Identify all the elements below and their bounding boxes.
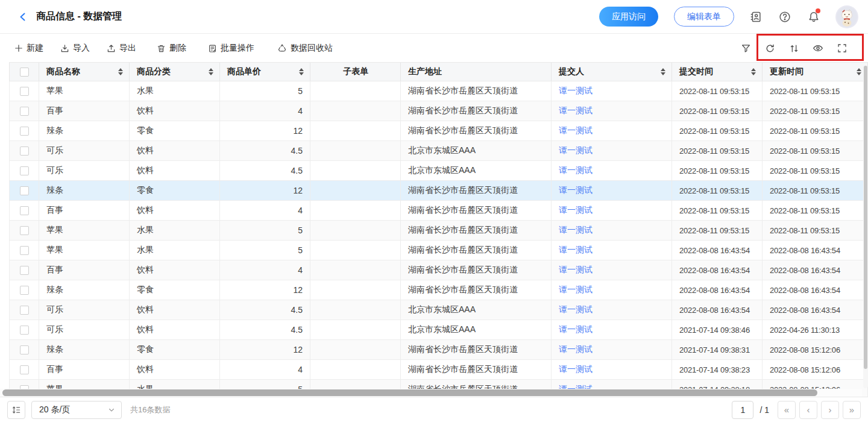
horizontal-scrollbar-thumb[interactable]	[2, 389, 817, 396]
select-all-checkbox-cell[interactable]	[9, 63, 39, 81]
table-row[interactable]: 百事饮料4湖南省长沙市岳麓区天顶街道谭一测试2022-08-11 09:53:1…	[9, 101, 868, 121]
table-row[interactable]: 辣条零食12湖南省长沙市岳麓区天顶街道谭一测试2022-08-08 16:43:…	[9, 280, 868, 300]
row-checkbox[interactable]	[20, 365, 29, 374]
cell-update_time: 2022-08-08 15:12:06	[763, 360, 868, 379]
back-button[interactable]	[14, 8, 31, 25]
help-icon[interactable]	[778, 10, 792, 24]
next-page-button[interactable]: ›	[821, 401, 839, 419]
row-checkbox[interactable]	[20, 326, 29, 335]
sort-icon[interactable]	[299, 68, 304, 75]
batch-form-icon	[208, 44, 217, 53]
last-page-button[interactable]: »	[843, 401, 861, 419]
row-checkbox[interactable]	[20, 286, 29, 295]
row-checkbox[interactable]	[20, 186, 29, 195]
column-header-0[interactable]: 商品名称	[39, 63, 130, 81]
user-avatar[interactable]	[835, 5, 858, 28]
notification-bell-icon[interactable]	[807, 10, 821, 24]
table-row[interactable]: 辣条零食12湖南省长沙市岳麓区天顶街道谭一测试2021-07-14 09:38:…	[9, 340, 868, 360]
import-button[interactable]: 导入	[60, 43, 90, 54]
row-checkbox-cell	[9, 300, 39, 320]
row-checkbox[interactable]	[20, 306, 29, 315]
row-checkbox[interactable]	[20, 266, 29, 275]
table-row[interactable]: 辣条零食12湖南省长沙市岳麓区天顶街道谭一测试2022-08-11 09:53:…	[9, 121, 868, 141]
address-book-icon[interactable]	[749, 10, 763, 24]
row-height-button[interactable]	[7, 401, 25, 419]
submitter-link[interactable]: 谭一测试	[559, 265, 593, 276]
row-checkbox[interactable]	[20, 146, 29, 156]
vertical-scrollbar[interactable]	[863, 66, 868, 388]
table-row[interactable]: 可乐饮料4.5北京市东城区AAA谭一测试2022-08-11 09:53:152…	[9, 161, 868, 181]
new-button[interactable]: 新建	[14, 43, 43, 54]
submitter-link[interactable]: 谭一测试	[559, 145, 593, 156]
cell-name: 百事	[39, 260, 130, 280]
column-header-5[interactable]: 提交人	[552, 63, 672, 81]
submitter-link[interactable]: 谭一测试	[559, 86, 593, 96]
sort-icon[interactable]	[751, 68, 756, 75]
submitter-link[interactable]: 谭一测试	[559, 364, 593, 375]
current-page-input[interactable]	[732, 401, 753, 419]
submitter-link[interactable]: 谭一测试	[559, 245, 593, 256]
row-checkbox[interactable]	[20, 127, 29, 136]
cell-address: 湖南省长沙市岳麓区天顶街道	[401, 81, 552, 101]
app-access-button[interactable]: 应用访问	[599, 7, 658, 27]
table-row[interactable]: 苹果水果5湖南省长沙市岳麓区天顶街道谭一测试2022-08-08 16:43:5…	[9, 241, 868, 260]
row-checkbox[interactable]	[20, 345, 29, 354]
table-row[interactable]: 百事饮料4湖南省长沙市岳麓区天顶街道谭一测试2021-07-14 09:38:2…	[9, 360, 868, 380]
vertical-scrollbar-thumb[interactable]	[864, 66, 867, 369]
submitter-link[interactable]: 谭一测试	[559, 185, 593, 196]
cell-price: 12	[220, 181, 310, 200]
batch-operation-button[interactable]: 批量操作	[208, 43, 254, 54]
horizontal-scrollbar[interactable]	[0, 389, 862, 397]
prev-page-button[interactable]: ‹	[799, 401, 817, 419]
column-header-1[interactable]: 商品分类	[130, 63, 220, 81]
refresh-icon[interactable]	[762, 40, 778, 56]
export-button[interactable]: 导出	[107, 43, 136, 54]
row-checkbox[interactable]	[20, 87, 29, 96]
cell-submitter: 谭一测试	[552, 360, 672, 379]
row-checkbox[interactable]	[20, 226, 29, 235]
edit-form-button[interactable]: 编辑表单	[674, 7, 734, 27]
submitter-link[interactable]: 谭一测试	[559, 106, 593, 116]
table-row[interactable]: 百事饮料4湖南省长沙市岳麓区天顶街道谭一测试2022-08-08 16:43:5…	[9, 260, 868, 280]
recycle-icon	[277, 43, 287, 53]
table-row[interactable]: 可乐饮料4.5北京市东城区AAA谭一测试2022-08-11 09:53:152…	[9, 141, 868, 161]
sort-icon[interactable]	[661, 68, 665, 75]
sort-icon[interactable]	[209, 68, 213, 75]
column-header-2[interactable]: 商品单价	[220, 63, 310, 81]
row-checkbox[interactable]	[20, 107, 29, 116]
submitter-link[interactable]: 谭一测试	[559, 344, 593, 355]
table-row[interactable]: 可乐饮料4.5北京市东城区AAA谭一测试2022-08-08 16:43:542…	[9, 300, 868, 320]
column-header-6[interactable]: 提交时间	[672, 63, 763, 81]
column-header-7[interactable]: 更新时间	[763, 63, 868, 81]
sort-icon[interactable]	[118, 68, 123, 75]
table-row[interactable]: 苹果水果5湖南省长沙市岳麓区天顶街道谭一测试2022-08-11 09:53:1…	[9, 81, 868, 101]
select-all-checkbox[interactable]	[20, 68, 29, 77]
table-row[interactable]: 辣条零食12湖南省长沙市岳麓区天顶街道谭一测试2022-08-11 09:53:…	[9, 181, 868, 201]
page-size-select[interactable]: 20 条/页	[31, 401, 122, 419]
row-checkbox[interactable]	[20, 166, 29, 175]
submitter-link[interactable]: 谭一测试	[559, 324, 593, 335]
row-checkbox[interactable]	[20, 246, 29, 255]
cell-category: 饮料	[130, 201, 220, 220]
total-count-label: 共16条数据	[130, 405, 170, 415]
delete-button[interactable]: 删除	[157, 43, 186, 54]
sort-icon[interactable]	[857, 68, 861, 75]
submitter-link[interactable]: 谭一测试	[559, 165, 593, 176]
fullscreen-icon[interactable]	[834, 40, 850, 56]
submitter-link[interactable]: 谭一测试	[559, 285, 593, 295]
submitter-link[interactable]: 谭一测试	[559, 304, 593, 315]
row-checkbox[interactable]	[20, 206, 29, 215]
table-row[interactable]: 可乐饮料4.5北京市东城区AAA谭一测试2021-07-14 09:38:462…	[9, 320, 868, 340]
table-row[interactable]: 百事饮料4湖南省长沙市岳麓区天顶街道谭一测试2022-08-11 09:53:1…	[9, 201, 868, 221]
filter-icon[interactable]	[738, 40, 753, 56]
visibility-eye-icon[interactable]	[810, 40, 826, 56]
submitter-link[interactable]: 谭一测试	[559, 125, 593, 136]
submitter-link[interactable]: 谭一测试	[559, 225, 593, 236]
recycle-bin-button[interactable]: 数据回收站	[277, 43, 333, 54]
sort-icon[interactable]	[786, 40, 802, 56]
table-row[interactable]: 苹果水果5湖南省长沙市岳麓区天顶街道谭一测试2022-08-11 09:53:1…	[9, 221, 868, 241]
submitter-link[interactable]: 谭一测试	[559, 205, 593, 216]
first-page-button[interactable]: «	[778, 401, 796, 419]
cell-address: 北京市东城区AAA	[401, 141, 552, 160]
row-checkbox-cell	[9, 360, 39, 379]
